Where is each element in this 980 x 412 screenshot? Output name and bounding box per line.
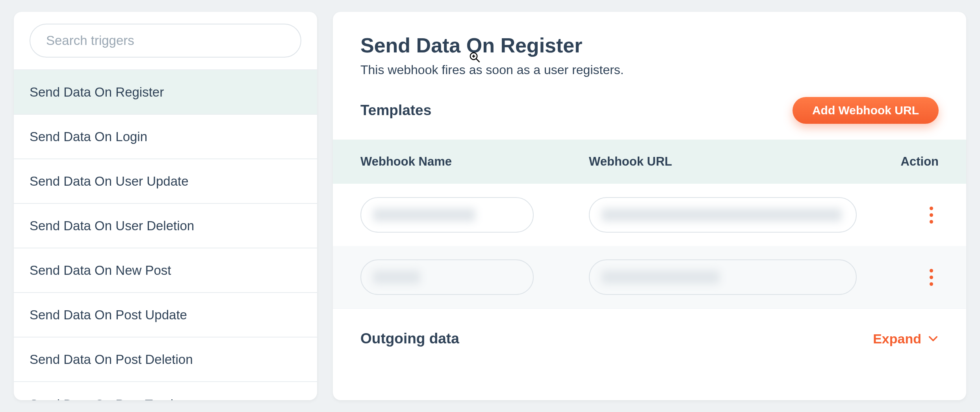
trigger-label: Send Data On Register bbox=[30, 85, 164, 100]
col-header-action: Action bbox=[876, 155, 939, 169]
page-description: This webhook fires as soon as a user reg… bbox=[360, 63, 939, 77]
trigger-item-post-deletion[interactable]: Send Data On Post Deletion bbox=[14, 337, 317, 382]
table-header: Webhook Name Webhook URL Action bbox=[333, 140, 966, 184]
search-input[interactable] bbox=[30, 24, 301, 58]
trigger-item-user-deletion[interactable]: Send Data On User Deletion bbox=[14, 204, 317, 248]
expand-button[interactable]: Expand bbox=[873, 331, 939, 347]
outgoing-data-section: Outgoing data Expand bbox=[333, 308, 966, 363]
dots-icon bbox=[930, 282, 933, 286]
webhook-url-input[interactable] bbox=[589, 259, 857, 295]
cell-name bbox=[360, 259, 589, 295]
dots-icon bbox=[930, 269, 933, 272]
trigger-item-login[interactable]: Send Data On Login bbox=[14, 115, 317, 159]
cell-url bbox=[589, 259, 876, 295]
table-row bbox=[333, 184, 966, 246]
templates-bar: Templates Add Webhook URL bbox=[333, 89, 966, 140]
blurred-text bbox=[373, 270, 420, 284]
table-row bbox=[333, 246, 966, 308]
trigger-label: Send Data On Login bbox=[30, 129, 147, 144]
trigger-item-user-update[interactable]: Send Data On User Update bbox=[14, 159, 317, 204]
col-header-name: Webhook Name bbox=[360, 155, 589, 169]
main-header: Send Data On Register This webhook fires… bbox=[333, 12, 966, 89]
cell-name bbox=[360, 197, 589, 233]
trigger-label: Send Data On Post Update bbox=[30, 308, 187, 323]
webhook-name-input[interactable] bbox=[360, 259, 534, 295]
dots-icon bbox=[930, 220, 933, 224]
add-webhook-button[interactable]: Add Webhook URL bbox=[793, 97, 939, 124]
chevron-down-icon bbox=[928, 333, 939, 344]
blurred-text bbox=[601, 270, 720, 284]
trigger-label: Send Data On Post Trash bbox=[30, 397, 178, 401]
main-panel: Send Data On Register This webhook fires… bbox=[333, 12, 966, 400]
page-title: Send Data On Register bbox=[360, 34, 939, 57]
trigger-label: Send Data On New Post bbox=[30, 263, 171, 278]
trigger-item-register[interactable]: Send Data On Register bbox=[14, 70, 317, 115]
dots-icon bbox=[930, 207, 933, 210]
dots-icon bbox=[930, 276, 933, 279]
trigger-label: Send Data On User Update bbox=[30, 174, 189, 189]
outgoing-data-label: Outgoing data bbox=[360, 330, 459, 347]
trigger-label: Send Data On User Deletion bbox=[30, 218, 194, 233]
trigger-item-new-post[interactable]: Send Data On New Post bbox=[14, 248, 317, 293]
webhook-name-input[interactable] bbox=[360, 197, 534, 233]
blurred-text bbox=[373, 208, 475, 222]
row-actions-menu[interactable] bbox=[926, 265, 937, 290]
blurred-text bbox=[601, 208, 842, 222]
trigger-list: Send Data On Register Send Data On Login… bbox=[14, 69, 317, 400]
search-wrap bbox=[14, 12, 317, 69]
row-actions-menu[interactable] bbox=[926, 203, 937, 227]
trigger-label: Send Data On Post Deletion bbox=[30, 352, 193, 367]
col-header-url: Webhook URL bbox=[589, 155, 876, 169]
sidebar: Send Data On Register Send Data On Login… bbox=[14, 12, 317, 400]
webhook-url-input[interactable] bbox=[589, 197, 857, 233]
dots-icon bbox=[930, 213, 933, 217]
trigger-item-post-update[interactable]: Send Data On Post Update bbox=[14, 293, 317, 337]
trigger-item-post-trash[interactable]: Send Data On Post Trash bbox=[14, 382, 317, 400]
cell-action bbox=[876, 203, 939, 227]
cell-action bbox=[876, 265, 939, 290]
expand-label: Expand bbox=[873, 331, 921, 347]
cell-url bbox=[589, 197, 876, 233]
templates-label: Templates bbox=[360, 102, 431, 119]
